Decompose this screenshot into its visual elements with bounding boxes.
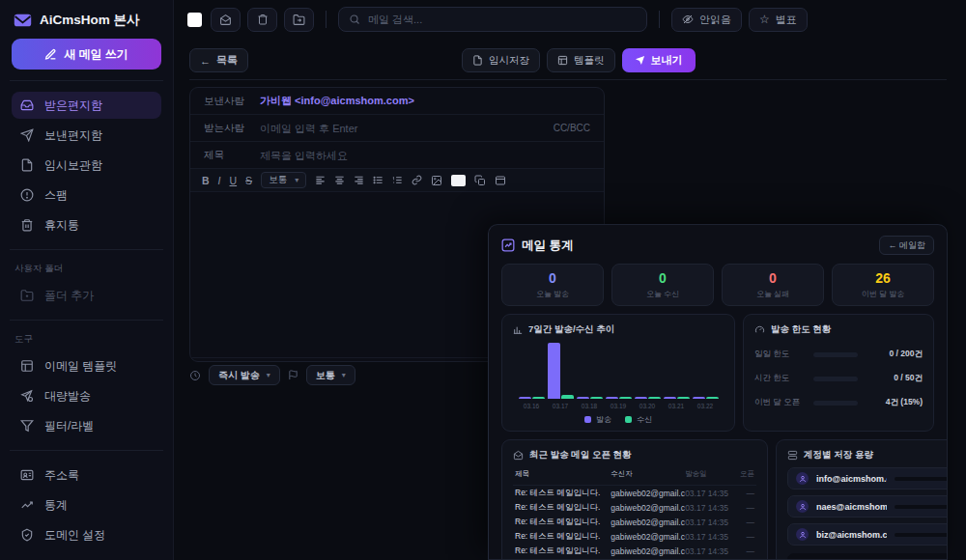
delete-button[interactable] — [247, 8, 277, 32]
underline-button[interactable]: U — [230, 175, 238, 186]
to-input[interactable] — [260, 123, 554, 134]
stats-title-row: 메일 통계 — [501, 238, 573, 254]
draft-file-icon — [472, 55, 483, 66]
mail-search[interactable] — [338, 7, 647, 32]
cell-date: 03.17 14:35 — [685, 546, 730, 556]
table-row[interactable]: Re: 테스트 메일입니다. gabiweb02@gmail.com 03.17… — [513, 544, 756, 558]
sidebar-item-domain-settings[interactable]: 도메인 설정 — [12, 521, 161, 548]
link-button[interactable] — [412, 175, 422, 185]
back-to-mailbox-button[interactable]: ← 메일함 — [879, 236, 934, 255]
add-folder-button[interactable]: 폴더 추가 — [12, 282, 161, 309]
strikethrough-button[interactable]: S — [245, 175, 252, 186]
sidebar-item-label: 임시보관함 — [44, 157, 102, 174]
text-color-swatch[interactable] — [451, 175, 466, 186]
divider — [10, 80, 163, 81]
format-select[interactable]: 보통 ▾ — [261, 172, 306, 188]
cell-open: — — [730, 518, 754, 527]
bar-발송 — [519, 397, 531, 399]
x-tick-label: 03.17 — [553, 403, 568, 409]
bar-발송 — [635, 397, 647, 399]
sidebar-item-bulk-send[interactable]: 대량발송 — [12, 382, 161, 409]
sidebar-item-label: 통계 — [44, 497, 68, 514]
stat-label: 오늘 발송 — [536, 289, 569, 299]
filter-unread-button[interactable]: 안읽음 — [671, 8, 742, 32]
table-row[interactable]: Re: 테스트 메일입니다. gabiweb02@gmail.com 03.17… — [513, 500, 756, 515]
sidebar-item-label: 주소록 — [44, 467, 79, 484]
search-input[interactable] — [368, 14, 637, 25]
limit-row-month-open: 이번 달 오픈 4건 (15%) — [754, 397, 923, 408]
clock-icon — [189, 370, 201, 381]
subject-input[interactable] — [260, 150, 590, 161]
x-tick-label: 03.19 — [611, 403, 626, 409]
sidebar-item-label: 이메일 템플릿 — [44, 358, 117, 375]
fullscreen-button[interactable] — [495, 175, 506, 186]
cell-subject: Re: 테스트 메일입니다. — [515, 488, 611, 499]
sidebar-item-trash[interactable]: 휴지통 — [12, 211, 161, 238]
template-layout-icon — [20, 359, 35, 373]
filter-starred-button[interactable]: ☆ 별표 — [749, 8, 808, 32]
cell-subject: Re: 테스트 메일입니다. — [515, 546, 611, 557]
limit-label: 시간 한도 — [754, 373, 805, 384]
priority-select[interactable]: 보통 ▾ — [306, 365, 355, 385]
table-row[interactable]: Re: 테스트 메일입니다. gabiweb02@gmail.com 03.17… — [513, 515, 756, 529]
x-tick-label: 03.20 — [639, 403, 655, 409]
numbered-list-button[interactable] — [392, 175, 403, 185]
star-icon: ☆ — [759, 13, 770, 26]
limits-title: 발송 한도 현황 — [771, 323, 831, 336]
x-tick-label: 03.21 — [668, 403, 684, 409]
save-draft-button[interactable]: 임시저장 — [462, 48, 540, 72]
italic-button[interactable]: I — [218, 175, 221, 186]
bullet-list-button[interactable] — [373, 175, 384, 185]
divider — [10, 249, 163, 250]
cell-recipient: gabiweb02@gmail.com — [611, 518, 685, 527]
sidebar-item-sent[interactable]: 보낸편지함 — [12, 122, 161, 149]
limit-row-hourly: 시간 한도 0 / 50건 — [754, 373, 923, 384]
sidebar-item-drafts[interactable]: 임시보관함 — [12, 152, 161, 179]
chevron-down-icon: ▾ — [267, 371, 270, 379]
cell-subject: Re: 테스트 메일입니다. — [515, 517, 611, 528]
back-to-list-button[interactable]: ← 목록 — [189, 48, 248, 72]
chart-line-icon — [501, 238, 515, 252]
chart-legend: 발송 수신 — [513, 414, 724, 425]
template-button[interactable]: 템플릿 — [547, 48, 615, 72]
copy-button[interactable] — [474, 175, 486, 186]
move-to-folder-button[interactable] — [284, 8, 314, 32]
cc-bcc-toggle[interactable]: CC/BCC — [554, 123, 590, 133]
mark-read-button[interactable] — [211, 8, 241, 32]
bar-발송 — [577, 397, 589, 399]
stat-card-today-failed: 0 오늘 실패 — [722, 264, 824, 306]
insert-image-button[interactable] — [431, 175, 442, 186]
recent-opens-panel: 최근 발송 메일 오픈 현황 제목 수신자 발송일 오픈 Re: 테스트 메일입… — [501, 439, 768, 560]
from-value[interactable]: 가비웹 <info@aicmshom.com> — [260, 94, 414, 108]
recent-title-row: 최근 발송 메일 오픈 현황 — [513, 449, 756, 462]
recent-title: 최근 발송 메일 오픈 현황 — [529, 449, 632, 462]
sidebar-item-email-templates[interactable]: 이메일 템플릿 — [12, 352, 161, 379]
new-mail-button[interactable]: 새 메일 쓰기 — [12, 39, 161, 70]
trash-icon — [20, 218, 35, 232]
schedule-select[interactable]: 즉시 발송 ▾ — [209, 365, 280, 385]
folder-plus-icon — [20, 289, 35, 302]
align-center-button[interactable] — [334, 175, 345, 185]
sidebar-item-statistics[interactable]: 통계 — [12, 491, 161, 518]
trash-icon — [257, 14, 269, 25]
divider — [326, 11, 327, 28]
bold-button[interactable]: B — [202, 175, 210, 186]
account-email: naes@aicmshom.com — [816, 502, 887, 512]
draft-file-icon — [20, 158, 35, 172]
table-row[interactable]: Re: 테스트 메일입니다. gabiweb02@gmail.com 03.17… — [513, 529, 756, 544]
sidebar-item-settings[interactable]: ⚙ 설정 — [12, 551, 161, 560]
sidebar-item-inbox[interactable]: 받은편지함 — [12, 92, 161, 119]
send-button[interactable]: 보내기 — [622, 48, 696, 72]
cell-subject: Re: 테스트 메일입니다. — [515, 531, 611, 543]
sidebar-item-filter-label[interactable]: 필터/라벨 — [12, 412, 161, 439]
sidebar-item-contacts[interactable]: 주소록 — [12, 462, 161, 489]
sidebar-item-spam[interactable]: 스팸 — [12, 182, 161, 209]
select-all-checkbox[interactable] — [187, 13, 202, 27]
table-row[interactable]: Re: 테스트 메일입니다. gabiweb02@gmail.com 03.17… — [513, 486, 756, 500]
alert-circle-icon — [20, 188, 35, 202]
legend-label: 발송 — [596, 414, 611, 425]
x-tick-label: 03.22 — [697, 403, 713, 409]
align-left-button[interactable] — [315, 175, 326, 185]
align-right-button[interactable] — [354, 175, 364, 185]
sidebar-item-label: 필터/라벨 — [44, 418, 94, 434]
